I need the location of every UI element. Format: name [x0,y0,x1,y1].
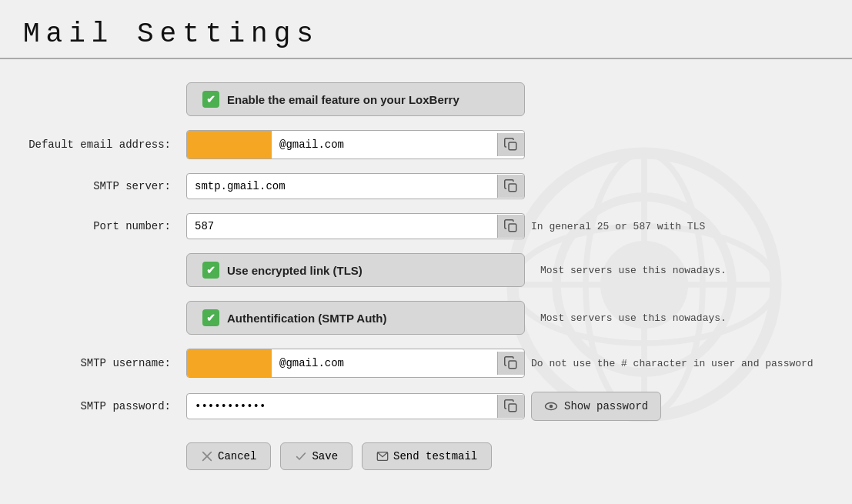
smtp-user-copy-button[interactable] [497,352,524,375]
divider [0,58,852,59]
smtp-password-input-wrap [186,393,525,419]
tls-label: Use encrypted link (TLS) [227,264,363,277]
default-email-copy-button[interactable] [497,133,524,156]
eye-icon [544,399,558,413]
port-hint: In general 25 or 587 with TLS [531,221,705,232]
enable-row: Enable the email feature on your LoxBerr… [23,82,829,116]
show-password-label: Show password [564,400,648,412]
smtp-user-field-wrap: Do not use the # character in user and p… [186,349,814,378]
send-testmail-label: Send testmail [393,450,477,462]
port-copy-button[interactable] [497,215,524,238]
smtp-user-row: SMTP username: Do not use the # characte… [23,349,829,378]
save-icon [295,450,307,462]
copy-icon-smtp [504,179,518,193]
save-label: Save [312,450,338,462]
main-content: Enable the email feature on your LoxBerr… [0,82,852,470]
smtp-password-input[interactable] [187,394,497,419]
enable-email-label: Enable the email feature on your LoxBerr… [227,93,459,106]
copy-icon [504,138,518,152]
default-email-label: Default email address: [23,139,177,151]
auth-row: Authentification (SMTP Auth) Most server… [23,301,829,335]
port-label: Port number: [23,220,177,232]
smtp-user-hint: Do not use the # character in user and p… [531,358,814,369]
cancel-label: Cancel [218,450,256,462]
cancel-icon [201,450,213,462]
send-testmail-button[interactable]: Send testmail [362,442,492,470]
cancel-button[interactable]: Cancel [186,442,271,470]
page-title: Mail Settings [0,0,852,58]
show-password-button[interactable]: Show password [531,392,661,421]
port-field-wrap: In general 25 or 587 with TLS [186,213,705,239]
copy-icon-password [504,399,518,413]
smtp-user-label: SMTP username: [23,357,177,369]
svg-rect-9 [509,224,516,232]
default-email-input-wrap [186,130,525,159]
tls-check-icon [202,262,219,279]
smtp-server-label: SMTP server: [23,180,177,192]
auth-label: Authentification (SMTP Auth) [227,312,386,325]
default-email-orange-prefix [187,131,272,159]
copy-icon-user [504,356,518,370]
form-section: Enable the email feature on your LoxBerr… [23,82,829,470]
default-email-field-wrap [186,130,525,159]
tls-hint: Most servers use this nowadays. [540,265,727,276]
smtp-server-input[interactable] [187,174,497,199]
svg-rect-10 [509,361,516,369]
smtp-user-orange-prefix [187,349,272,377]
port-input-wrap [186,213,525,239]
smtp-password-row: SMTP password: Show [23,392,829,421]
port-input[interactable] [187,214,497,239]
svg-point-13 [550,405,553,409]
smtp-user-input-wrap [186,349,525,378]
enable-email-button[interactable]: Enable the email feature on your LoxBerr… [186,82,525,116]
save-button[interactable]: Save [280,442,352,470]
tls-row: Use encrypted link (TLS) Most servers us… [23,253,829,287]
smtp-user-input[interactable] [272,351,497,375]
smtp-server-copy-button[interactable] [497,175,524,198]
auth-button[interactable]: Authentification (SMTP Auth) [186,301,525,335]
default-email-row: Default email address: [23,130,829,159]
auth-check-icon [202,309,219,326]
smtp-password-label: SMTP password: [23,400,177,412]
smtp-password-copy-button[interactable] [497,395,524,418]
default-email-input[interactable] [272,132,497,157]
smtp-server-row: SMTP server: [23,173,829,199]
smtp-server-input-wrap [186,173,525,199]
smtp-server-field-wrap [186,173,525,199]
svg-rect-8 [509,184,516,192]
mail-icon [376,450,389,462]
enable-check-icon [202,91,219,108]
svg-rect-7 [509,142,516,150]
port-row: Port number: In general 25 or 587 with T… [23,213,829,239]
footer-row: Cancel Save Send testmail [186,442,829,470]
tls-button[interactable]: Use encrypted link (TLS) [186,253,525,287]
svg-rect-11 [509,404,516,412]
auth-hint: Most servers use this nowadays. [540,312,727,324]
copy-icon-port [504,219,518,233]
smtp-password-field-wrap: Show password [186,392,661,421]
